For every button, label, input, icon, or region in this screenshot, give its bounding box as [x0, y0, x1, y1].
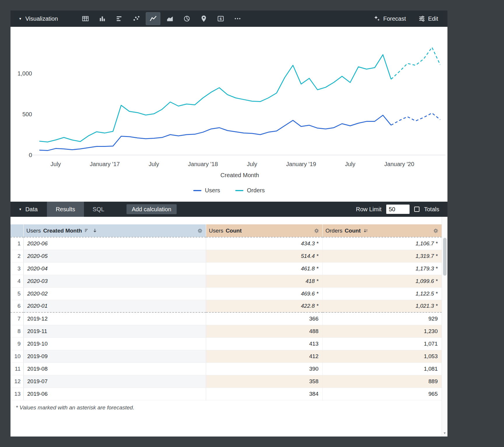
orders-count-cell[interactable]: 1,071 [322, 337, 442, 350]
users-count-cell[interactable]: 488 [206, 325, 322, 337]
area-chart-icon [166, 15, 174, 22]
orders-count-cell[interactable]: 1,230 [322, 325, 442, 337]
forecast-label: Forecast [383, 15, 406, 22]
sort-desc-arrow-icon [92, 228, 98, 233]
more-chart-types-button[interactable] [230, 12, 245, 25]
column-header-orders-count[interactable]: OrdersCount [322, 224, 442, 237]
chart-section: 05001,000JulyJanuary '17JulyJanuary '18J… [10, 27, 447, 202]
tab-sql[interactable]: SQL [84, 202, 113, 217]
data-section-toggle[interactable]: ▼ Data [10, 206, 47, 213]
orders-count-cell[interactable]: 929 [322, 312, 442, 325]
users-count-cell[interactable]: 434.3 * [206, 237, 322, 250]
created-month-cell[interactable]: 2020-01 [23, 300, 206, 312]
created-month-cell[interactable]: 2019-12 [23, 312, 206, 325]
viz-type-area-button[interactable] [163, 12, 177, 25]
line-chart[interactable]: 05001,000JulyJanuary '17JulyJanuary '18J… [10, 27, 447, 184]
orders-count-cell[interactable]: 1,081 [322, 362, 442, 375]
created-month-cell[interactable]: 2020-03 [23, 275, 206, 287]
users-count-cell[interactable]: 469.6 * [206, 287, 322, 300]
column-header-users-count[interactable]: UsersCount [206, 224, 322, 237]
totals-checkbox[interactable] [414, 207, 419, 212]
users-count-cell[interactable]: 461.8 * [206, 262, 322, 275]
visualization-toolbar: ▼ Visualization [10, 10, 447, 27]
chevron-down-icon: ▼ [19, 208, 22, 211]
viz-type-pie-button[interactable] [180, 12, 194, 25]
table-row: 122019-07358889 [10, 375, 442, 388]
viz-type-map-button[interactable] [196, 12, 211, 25]
orders-count-cell[interactable]: 1,319.7 * [322, 250, 442, 262]
orders-count-cell[interactable]: 889 [322, 375, 442, 388]
column-view-name: Users [27, 228, 41, 234]
column-field-name: Created Month [43, 228, 82, 234]
created-month-cell[interactable]: 2020-02 [23, 287, 206, 300]
data-bar-right: Row Limit Totals [356, 205, 447, 214]
viz-type-bar-button[interactable] [112, 12, 127, 25]
svg-text:January '17: January '17 [90, 161, 120, 167]
users-count-cell[interactable]: 422.8 * [206, 300, 322, 312]
viz-type-scatter-button[interactable] [129, 12, 143, 25]
forecast-button[interactable]: Forecast [373, 15, 406, 22]
orders-count-cell[interactable]: 1,122.5 * [322, 287, 442, 300]
users-count-cell[interactable]: 390 [206, 362, 322, 375]
svg-text:Created Month: Created Month [220, 172, 259, 178]
row-number: 12 [10, 375, 23, 388]
table-header-row: UsersCreated Month [10, 224, 442, 237]
users-count-cell[interactable]: 366 [206, 312, 322, 325]
orders-count-cell[interactable]: 1,021.3 * [322, 300, 442, 312]
table-row: 12020-06434.3 *1,106.7 * [10, 237, 442, 250]
created-month-cell[interactable]: 2019-09 [23, 350, 206, 362]
users-count-cell[interactable]: 413 [206, 337, 322, 350]
totals-label: Totals [424, 206, 439, 213]
sparkle-icon [373, 15, 380, 22]
orders-count-cell[interactable]: 1,179.3 * [322, 262, 442, 275]
users-count-cell[interactable]: 418 * [206, 275, 322, 287]
created-month-cell[interactable]: 2020-04 [23, 262, 206, 275]
orders-count-cell[interactable]: 1,053 [322, 350, 442, 362]
legend-item-users[interactable]: Users [193, 187, 220, 194]
tab-results[interactable]: Results [47, 202, 84, 217]
add-calculation-button[interactable]: Add calculation [127, 204, 177, 214]
viz-type-column-button[interactable] [95, 12, 110, 25]
created-month-cell[interactable]: 2020-05 [23, 250, 206, 262]
row-limit-input[interactable] [386, 205, 410, 214]
users-count-cell[interactable]: 358 [206, 375, 322, 388]
created-month-cell[interactable]: 2019-08 [23, 362, 206, 375]
users-count-cell[interactable]: 514.4 * [206, 250, 322, 262]
gear-icon [314, 228, 319, 234]
scrollbar-thumb[interactable] [443, 238, 447, 276]
table-row: 102019-094121,053 [10, 350, 442, 362]
orders-count-cell[interactable]: 965 [322, 388, 442, 400]
users-count-cell[interactable]: 384 [206, 388, 322, 400]
users-count-cell[interactable]: 412 [206, 350, 322, 362]
viz-type-single-value-button[interactable]: 6 [213, 12, 228, 25]
row-limit-label: Row Limit [356, 206, 382, 213]
scrollbar-down-button[interactable]: ▼ [442, 430, 447, 437]
visualization-header-toggle[interactable]: ▼ Visualization [10, 15, 78, 22]
svg-text:July: July [50, 161, 61, 167]
orders-count-cell[interactable]: 1,106.7 * [322, 237, 442, 250]
legend-label: Orders [247, 187, 265, 194]
column-gear-orders-count[interactable] [433, 228, 439, 234]
created-month-cell[interactable]: 2020-06 [23, 237, 206, 250]
column-field-name: Count [226, 228, 242, 234]
table-row: 62020-01422.8 *1,021.3 * [10, 300, 442, 312]
created-month-cell[interactable]: 2019-11 [23, 325, 206, 337]
viz-type-table-button[interactable] [78, 12, 93, 25]
visualization-title: Visualization [25, 15, 58, 22]
legend-swatch [235, 190, 243, 191]
created-month-cell[interactable]: 2019-07 [23, 375, 206, 388]
single-value-glyph: 6 [219, 17, 222, 21]
chart-type-buttons: 6 [78, 12, 245, 25]
row-number: 10 [10, 350, 23, 362]
table-scrollbar[interactable]: ▼ [442, 217, 447, 437]
created-month-cell[interactable]: 2019-10 [23, 337, 206, 350]
svg-text:1,000: 1,000 [17, 70, 32, 77]
legend-item-orders[interactable]: Orders [235, 187, 265, 194]
column-gear-users-count[interactable] [314, 228, 319, 234]
created-month-cell[interactable]: 2019-06 [23, 388, 206, 400]
orders-count-cell[interactable]: 1,099.6 * [322, 275, 442, 287]
viz-type-line-button[interactable] [146, 12, 160, 25]
column-header-created-month[interactable]: UsersCreated Month [23, 224, 206, 237]
edit-button[interactable]: Edit [418, 15, 438, 22]
column-gear-created-month[interactable] [197, 228, 203, 234]
